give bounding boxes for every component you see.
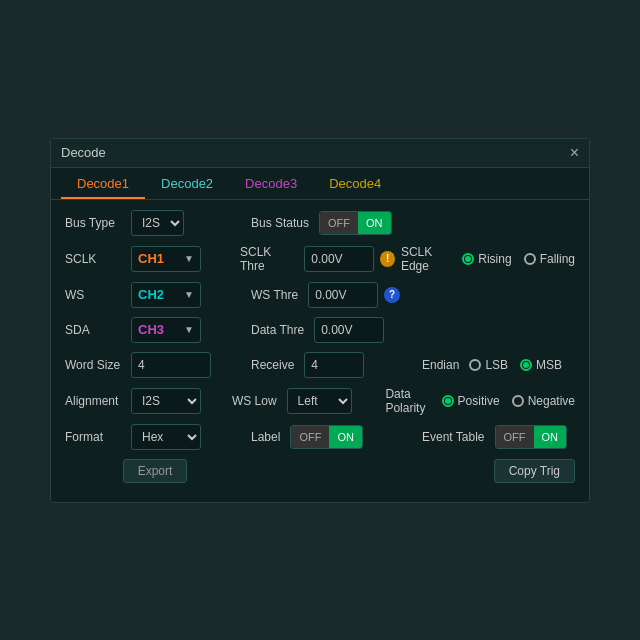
data-thre-col: Data Thre: [251, 317, 416, 343]
endian-msb-circle: [520, 359, 532, 371]
tab-decode2[interactable]: Decode2: [145, 168, 229, 199]
sda-channel-value: CH3: [138, 322, 164, 337]
polarity-positive-radio[interactable]: Positive: [442, 394, 500, 408]
ws-channel-value: CH2: [138, 287, 164, 302]
row-sclk: SCLK CH1 ▼ SCLK Thre ! SCLK Edge Rising: [65, 245, 575, 273]
endian-col: Endian LSB MSB: [422, 358, 562, 372]
polarity-positive-circle: [442, 395, 454, 407]
tabs-container: Decode1 Decode2 Decode3 Decode4: [51, 168, 589, 200]
ws-thre-label: WS Thre: [251, 288, 298, 302]
sclk-dropdown-arrow: ▼: [184, 253, 194, 264]
bustype-select[interactable]: I2S: [131, 210, 184, 236]
sclk-col: SCLK CH1 ▼: [65, 246, 234, 272]
wslow-label: WS Low: [232, 394, 277, 408]
wordsize-label: Word Size: [65, 358, 125, 372]
polarity-negative-radio[interactable]: Negative: [512, 394, 575, 408]
label-off-btn[interactable]: OFF: [291, 426, 329, 448]
format-select[interactable]: Hex: [131, 424, 201, 450]
receive-label: Receive: [251, 358, 294, 372]
row-format: Format Hex Label OFF ON Event Table OFF …: [65, 424, 575, 450]
sda-label: SDA: [65, 323, 125, 337]
close-button[interactable]: ×: [570, 145, 579, 161]
wordsize-input[interactable]: [131, 352, 211, 378]
label-on-btn[interactable]: ON: [329, 426, 362, 448]
alignment-select[interactable]: I2S: [131, 388, 201, 414]
row-ws: WS CH2 ▼ WS Thre ?: [65, 282, 575, 308]
polarity-radio-group: Positive Negative: [442, 394, 575, 408]
ws-dropdown-arrow: ▼: [184, 289, 194, 300]
alignment-label: Alignment: [65, 394, 125, 408]
sclk-falling-label: Falling: [540, 252, 575, 266]
eventtable-off-btn[interactable]: OFF: [496, 426, 534, 448]
title-bar: Decode ×: [51, 139, 589, 168]
polarity-negative-label: Negative: [528, 394, 575, 408]
busstatus-col: Bus Status OFF ON: [251, 211, 416, 235]
wslow-col: WS Low Left: [232, 388, 380, 414]
sclk-edge-col: SCLK Edge Rising Falling: [401, 245, 575, 273]
ws-thre-col: WS Thre ?: [251, 282, 416, 308]
endian-label: Endian: [422, 358, 459, 372]
row-sda: SDA CH3 ▼ Data Thre: [65, 317, 575, 343]
sclk-channel-select[interactable]: CH1 ▼: [131, 246, 201, 272]
label-toggle[interactable]: OFF ON: [290, 425, 363, 449]
eventtable-col: Event Table OFF ON: [422, 425, 567, 449]
endian-msb-radio[interactable]: MSB: [520, 358, 562, 372]
sda-col: SDA CH3 ▼: [65, 317, 245, 343]
row-alignment: Alignment I2S WS Low Left Data Polarity …: [65, 387, 575, 415]
tab-decode3[interactable]: Decode3: [229, 168, 313, 199]
endian-msb-label: MSB: [536, 358, 562, 372]
busstatus-off-btn[interactable]: OFF: [320, 212, 358, 234]
receive-input[interactable]: [304, 352, 364, 378]
endian-radio-group: LSB MSB: [469, 358, 562, 372]
decode-dialog: Decode × Decode1 Decode2 Decode3 Decode4…: [50, 138, 590, 503]
wslow-select[interactable]: Left: [287, 388, 352, 414]
sclk-thre-input[interactable]: [304, 246, 374, 272]
busstatus-toggle[interactable]: OFF ON: [319, 211, 392, 235]
busstatus-label: Bus Status: [251, 216, 309, 230]
sda-dropdown-arrow: ▼: [184, 324, 194, 335]
tab-decode4[interactable]: Decode4: [313, 168, 397, 199]
export-container: Export: [65, 459, 245, 483]
sclk-rising-label: Rising: [478, 252, 511, 266]
sclk-falling-radio[interactable]: Falling: [524, 252, 575, 266]
copy-trig-button[interactable]: Copy Trig: [494, 459, 575, 483]
eventtable-toggle[interactable]: OFF ON: [495, 425, 568, 449]
export-button[interactable]: Export: [123, 459, 188, 483]
label-label: Label: [251, 430, 280, 444]
label-col: Label OFF ON: [251, 425, 416, 449]
tab-decode1[interactable]: Decode1: [61, 168, 145, 199]
sda-channel-select[interactable]: CH3 ▼: [131, 317, 201, 343]
polarity-positive-label: Positive: [458, 394, 500, 408]
format-col: Format Hex: [65, 424, 245, 450]
sclk-falling-circle: [524, 253, 536, 265]
ws-col: WS CH2 ▼: [65, 282, 245, 308]
endian-lsb-radio[interactable]: LSB: [469, 358, 508, 372]
data-thre-input[interactable]: [314, 317, 384, 343]
sclk-info-icon: !: [380, 251, 395, 267]
sclk-rising-circle: [462, 253, 474, 265]
eventtable-on-btn[interactable]: ON: [534, 426, 567, 448]
bustype-col: Bus Type I2S: [65, 210, 245, 236]
polarity-col: Data Polarity Positive Negative: [385, 387, 575, 415]
ws-channel-select[interactable]: CH2 ▼: [131, 282, 201, 308]
data-thre-label: Data Thre: [251, 323, 304, 337]
endian-lsb-circle: [469, 359, 481, 371]
bustype-label: Bus Type: [65, 216, 125, 230]
endian-lsb-label: LSB: [485, 358, 508, 372]
ws-info-icon: ?: [384, 287, 400, 303]
row-buttons: Export Copy Trig: [65, 459, 575, 483]
polarity-negative-circle: [512, 395, 524, 407]
receive-col: Receive: [251, 352, 416, 378]
polarity-label: Data Polarity: [385, 387, 431, 415]
sclk-channel-value: CH1: [138, 251, 164, 266]
ws-thre-input[interactable]: [308, 282, 378, 308]
dialog-title: Decode: [61, 145, 106, 160]
busstatus-on-btn[interactable]: ON: [358, 212, 391, 234]
sclk-thre-label: SCLK Thre: [240, 245, 294, 273]
ws-label: WS: [65, 288, 125, 302]
eventtable-label: Event Table: [422, 430, 485, 444]
content-area: Bus Type I2S Bus Status OFF ON SCLK CH1 …: [51, 200, 589, 502]
sclk-rising-radio[interactable]: Rising: [462, 252, 511, 266]
format-label: Format: [65, 430, 125, 444]
alignment-col: Alignment I2S: [65, 388, 226, 414]
